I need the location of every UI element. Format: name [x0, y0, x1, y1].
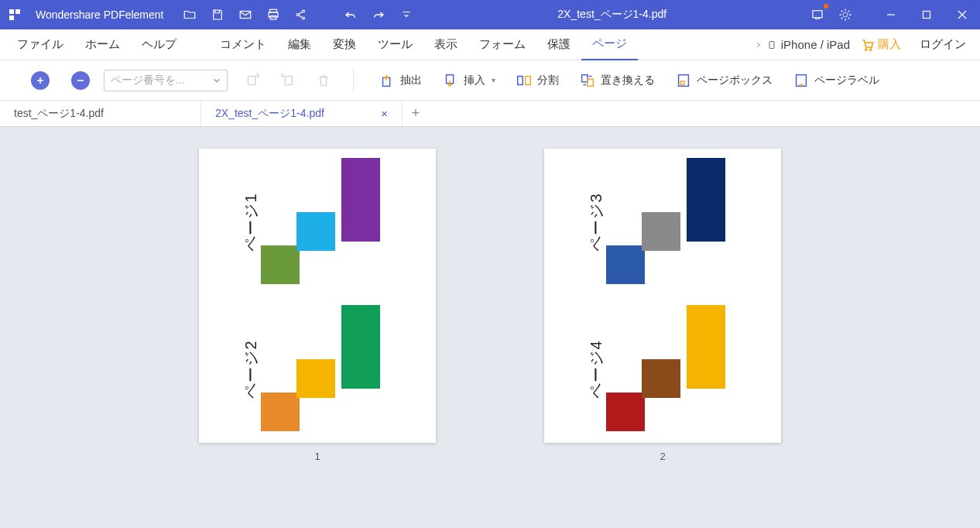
page-number-select[interactable]: ページ番号を...	[104, 70, 228, 91]
rotate-right-icon[interactable]	[277, 70, 299, 91]
tab-active[interactable]: 2X_test_ページ1-4.pdf ×	[201, 101, 403, 126]
title-bar: Wondershare PDFelement 2X_test_ページ1-4.pd…	[0, 0, 980, 29]
menu-edit[interactable]: 編集	[277, 29, 322, 60]
add-tab-button[interactable]: +	[403, 101, 429, 126]
replace-button[interactable]: 置き換える	[573, 72, 661, 89]
zoom-out-button[interactable]	[71, 71, 90, 90]
svg-rect-18	[518, 76, 523, 84]
notification-icon[interactable]	[804, 0, 831, 29]
separator	[353, 68, 354, 93]
buy-label: 購入	[878, 37, 901, 52]
replace-label: 置き換える	[601, 74, 655, 87]
split-button[interactable]: 分割	[509, 72, 565, 89]
device-link[interactable]: iPhone / iPad	[755, 38, 850, 52]
app-logo-icon	[0, 0, 29, 29]
delete-icon[interactable]	[313, 70, 334, 91]
page-thumb-2[interactable]: ページ3 ページ4 2	[544, 149, 781, 462]
redo-icon[interactable]	[365, 0, 392, 29]
insert-button[interactable]: 挿入▾	[436, 72, 502, 89]
tab-inactive-label: test_ページ1-4.pdf	[14, 107, 104, 121]
dropdown-icon[interactable]	[392, 0, 420, 29]
svg-rect-14	[248, 76, 255, 84]
buy-link[interactable]: 購入	[861, 37, 901, 52]
block	[687, 305, 725, 389]
page-1-lower: ページ2	[199, 296, 436, 443]
notification-dot	[824, 4, 828, 9]
svg-point-12	[865, 48, 867, 50]
share-icon[interactable]	[287, 0, 315, 29]
zoom-in-button[interactable]	[31, 71, 50, 90]
page-1: ページ1 ページ2	[199, 149, 436, 443]
menu-tool[interactable]: ツール	[367, 29, 423, 60]
page-label-button[interactable]: ページラベル	[786, 72, 886, 89]
page-2-number: 2	[660, 451, 665, 462]
page-thumb-1[interactable]: ページ1 ページ2 1	[199, 149, 436, 462]
menu-page[interactable]: ページ	[581, 29, 638, 60]
menu-form[interactable]: フォーム	[468, 29, 536, 60]
document-tabs: test_ページ1-4.pdf 2X_test_ページ1-4.pdf × +	[0, 101, 980, 127]
device-label: iPhone / iPad	[781, 38, 850, 51]
menu-comment[interactable]: コメント	[209, 29, 277, 60]
menu-help[interactable]: ヘルプ	[131, 29, 187, 60]
tab-active-label: 2X_test_ページ1-4.pdf	[215, 107, 324, 121]
extract-button[interactable]: 抽出	[372, 72, 428, 89]
svg-point-7	[303, 17, 305, 19]
svg-point-5	[296, 14, 299, 16]
page-label-label: ページラベル	[814, 74, 879, 87]
block	[296, 359, 335, 398]
open-folder-icon[interactable]	[176, 0, 204, 29]
theme-icon[interactable]	[831, 0, 859, 29]
block	[296, 212, 335, 251]
page-2: ページ3 ページ4	[544, 149, 781, 443]
svg-rect-4	[271, 16, 277, 20]
page-2-lower: ページ4	[544, 296, 781, 443]
block	[687, 158, 725, 242]
mail-icon[interactable]	[231, 0, 259, 29]
menu-view[interactable]: 表示	[423, 29, 468, 60]
menu-protect[interactable]: 保護	[536, 29, 581, 60]
page-1-upper-label: ページ1	[241, 193, 262, 251]
rotate-left-icon[interactable]	[242, 70, 263, 91]
menu-home[interactable]: ホーム	[74, 29, 131, 60]
menu-file[interactable]: ファイル	[6, 29, 74, 60]
block	[261, 245, 300, 284]
close-button[interactable]	[944, 0, 980, 29]
menu-convert[interactable]: 変換	[322, 29, 367, 60]
insert-label: 挿入	[464, 74, 485, 87]
page-1-number: 1	[314, 451, 320, 462]
undo-icon[interactable]	[337, 0, 365, 29]
close-tab-icon[interactable]: ×	[381, 107, 388, 120]
login-link[interactable]: ログイン	[912, 37, 974, 52]
page-2-lower-label: ページ4	[586, 340, 607, 398]
svg-rect-23	[680, 81, 684, 84]
page-2-upper-label: ページ3	[586, 193, 607, 251]
block	[606, 245, 645, 284]
minimize-button[interactable]	[873, 0, 909, 29]
svg-rect-20	[582, 74, 588, 81]
chevron-down-icon: ▾	[492, 76, 495, 84]
document-title: 2X_test_ページ1-4.pdf	[420, 8, 804, 22]
block	[642, 359, 680, 398]
svg-rect-10	[923, 12, 930, 19]
tab-inactive[interactable]: test_ページ1-4.pdf	[0, 101, 201, 126]
menu-bar: ファイル ホーム ヘルプ コメント 編集 変換 ツール 表示 フォーム 保護 ペ…	[0, 29, 980, 60]
app-name: Wondershare PDFelement	[29, 9, 170, 21]
print-icon[interactable]	[259, 0, 287, 29]
page-1-upper: ページ1	[199, 149, 436, 296]
block	[261, 393, 300, 431]
page-box-label: ページボックス	[697, 74, 773, 87]
svg-rect-19	[526, 76, 530, 84]
block	[642, 212, 680, 251]
save-icon[interactable]	[204, 0, 231, 29]
page-canvas[interactable]: ページ1 ページ2 1 ページ3	[0, 127, 980, 528]
svg-rect-15	[285, 76, 292, 84]
page-box-button[interactable]: ページボックス	[669, 72, 779, 89]
svg-point-13	[870, 48, 872, 50]
block	[606, 393, 645, 431]
svg-rect-1	[241, 12, 252, 19]
block	[341, 158, 380, 242]
page-1-lower-label: ページ2	[241, 340, 262, 398]
maximize-button[interactable]	[909, 0, 944, 29]
split-label: 分割	[537, 74, 559, 87]
block	[341, 305, 380, 389]
